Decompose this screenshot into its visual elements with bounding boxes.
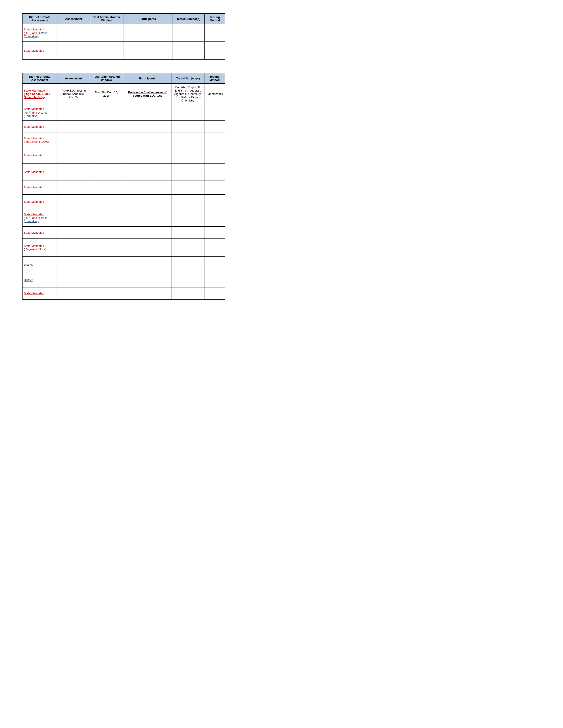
district-cell-sm5: State Mandated [22,180,57,195]
district-formative-link[interactable]: District(Formative) [24,31,47,38]
district-cell-sm9: State Mandated [22,287,57,299]
method-cell-2 [205,42,225,59]
state-mandated-link-4[interactable]: State Mandated [24,170,44,174]
header2-window: Test Administration Window [90,73,123,84]
table-row: State Mandated [22,121,225,133]
participants-hs-block: Enrolled in final semester of course wit… [128,91,166,97]
header-subjects: Tested Subject(s) [172,13,205,24]
assessment-cell-2 [57,42,90,59]
district-cell-district1: District [22,256,57,273]
subjects-cell-1 [172,24,205,42]
header-method: Testing Method [205,13,225,24]
table-row: State Mandated(High School BlockSchedule… [22,84,225,104]
subjects-cell-hs-block: English I, English II, English III, Alge… [172,84,204,104]
assessment-cell-1 [57,24,90,42]
district-cell-sm3: State Mandated [22,147,57,164]
state-mandated-tuda-link[interactable]: State Mandatedand District (TUDA) [24,137,49,143]
window-cell-1 [90,24,123,42]
method-cell-hs-block: Paper/Pencil [204,84,225,104]
state-mandated-link-8[interactable]: State Mandated [24,244,44,248]
district-cell-sm6: State Mandated [22,195,57,209]
state-mandated-rti2-link[interactable]: State Mandated (RTI2) and District(Forma… [24,28,47,38]
district-formative-link-3[interactable]: District(Formative) [24,216,47,223]
state-mandated-link-2[interactable]: State Mandated [24,125,44,128]
header2-district: District or State Assessment [22,73,57,84]
table-row: State Mandated [22,195,225,209]
district-link-2[interactable]: District [24,278,33,282]
table-2-wrapper: District or State Assessment Assessment … [13,73,550,300]
state-mandated-link-7[interactable]: State Mandated [24,231,44,234]
header2-assessment: Assessment [57,73,90,84]
participants-cell-2 [123,42,172,59]
state-mandated-hs-block-link[interactable]: State Mandated(High School BlockSchedule… [24,89,50,99]
header2-subjects: Tested Subject(s) [172,73,204,84]
district-cell-tuda: State Mandatedand District (TUDA) [22,133,57,147]
subjects-hs-block: English I, English II, English III, Alge… [174,86,201,102]
tcap-eoc-label: TCAP EOC Testing(Block Schedule ONLY) [61,89,86,99]
district-cell-sm1: State Mandated [22,42,57,59]
district-cell-rti2-2: State Mandated(RTI2) and District(Format… [22,104,57,121]
state-mandated-rti2-link-3[interactable]: State Mandated(RTI2) and District(Format… [24,213,47,223]
table-row: State Mandated (RTI2) and District(Forma… [22,24,225,42]
table-2: District or State Assessment Assessment … [22,73,225,300]
regular-block-label: (Regular & Block) [24,248,46,251]
table-row: State Mandated [22,164,225,180]
state-mandated-link-9[interactable]: State Mandated [24,292,44,295]
window-cell-hs-block: Nov. 28 - Dec. 16, 2016 [90,84,123,104]
table-1-wrapper: District or State Assessment Assessment … [13,13,550,60]
subjects-cell-2 [172,42,205,59]
header-district: District or State Assessment [22,13,57,24]
table-row: State Mandated(RTI2) and District(Format… [22,209,225,227]
header2-method: Testing Method [204,73,225,84]
table-row: State Mandatedand District (TUDA) [22,133,225,147]
district-cell-rti2-3: State Mandated(RTI2) and District(Format… [22,209,57,227]
district-cell-sm2: State Mandated [22,121,57,133]
window-cell-2 [90,42,123,59]
participants-cell-1 [123,24,172,42]
state-mandated-link-1[interactable]: State Mandated [24,49,44,52]
assessment-cell-hs-block: TCAP EOC Testing(Block Schedule ONLY) [57,84,90,104]
district-formative-link-2[interactable]: District(Formative) [24,111,47,118]
district-cell-sm-regular-block: State Mandated (Regular & Block) [22,239,57,256]
window-date-hs-block: Nov. 28 - Dec. 16, 2016 [95,91,118,97]
header-window: Test Administration Window [90,13,123,24]
table-row: State Mandated [22,42,225,59]
header2-participants: Participants [123,73,171,84]
table-row: State Mandated [22,180,225,195]
method-hs-block: Paper/Pencil [206,92,223,96]
header-assessment: Assessment [57,13,90,24]
district-cell-rti2-formative: State Mandated (RTI2) and District(Forma… [22,24,57,42]
section-spacer-1 [13,60,550,73]
header-participants: Participants [123,13,172,24]
participants-cell-hs-block: Enrolled in final semester of course wit… [123,84,171,104]
table-row: State Mandated [22,227,225,239]
table-row: State Mandated [22,147,225,164]
state-mandated-link-3[interactable]: State Mandated [24,154,44,157]
district-cell-sm7: State Mandated [22,227,57,239]
district-cell-sm4: State Mandated [22,164,57,180]
state-mandated-rti2-link-2[interactable]: State Mandated(RTI2) and District(Format… [24,107,47,117]
method-cell-1 [205,24,225,42]
table-row: State Mandated (Regular & Block) [22,239,225,256]
district-cell-district2: District [22,273,57,287]
state-mandated-link-6[interactable]: State Mandated [24,200,44,203]
district-link-1[interactable]: District [24,263,33,266]
table-row: District [22,273,225,287]
state-mandated-link-5[interactable]: State Mandated [24,186,44,189]
district-cell-hs-block: State Mandated(High School BlockSchedule… [22,84,57,104]
table-row: State Mandated(RTI2) and District(Format… [22,104,225,121]
table-1: District or State Assessment Assessment … [22,13,225,60]
table-row: District [22,256,225,273]
table-row: State Mandated [22,287,225,299]
